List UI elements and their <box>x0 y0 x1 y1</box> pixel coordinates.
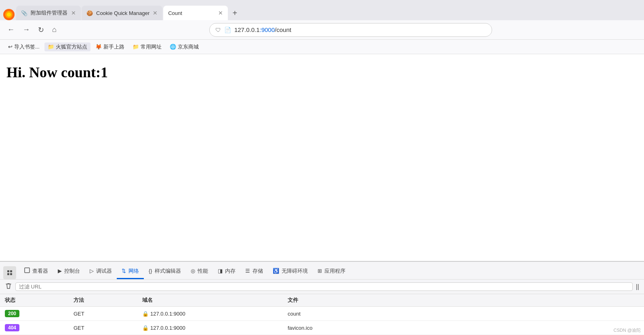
network-toolbar: || <box>0 280 644 294</box>
tab-cookie-close[interactable]: ✕ <box>153 10 158 16</box>
accessibility-icon: ♿ <box>273 268 279 274</box>
status-badge-404: 404 <box>5 324 19 331</box>
svg-rect-6 <box>10 273 12 275</box>
devtools-tab-bar: 查看器 ▶ 控制台 ▷ 调试器 ⇅ 网络 {} 样式编辑器 ◎ 性能 <box>0 262 644 280</box>
row1-status: 200 <box>0 307 69 320</box>
tab-accessibility[interactable]: ♿ 无障碍环境 <box>268 264 313 279</box>
performance-icon: ◎ <box>191 268 195 274</box>
tab-cookie-icon: 🍪 <box>86 10 93 16</box>
tab-bar: 📎 附加组件管理器 ✕ 🍪 Cookie Quick Manager ✕ Cou… <box>0 0 644 20</box>
header-file: 文件 <box>283 294 644 306</box>
page-heading: Hi. Now count:1 <box>6 64 638 81</box>
accessibility-label: 无障碍环境 <box>282 267 308 275</box>
bookmarks-bar: ↩ 导入书签... 📁 火狐官方站点 🦊 新手上路 📁 常用网址 🌐 京东商城 <box>0 40 644 54</box>
page-info-icon: 📄 <box>224 27 231 33</box>
url-port: :9000 <box>260 26 275 33</box>
network-filter-input[interactable] <box>15 282 633 291</box>
tab-addon-title: 附加组件管理器 <box>31 9 68 17</box>
refresh-button[interactable]: ↻ <box>36 24 46 36</box>
tab-count[interactable]: Count ✕ <box>163 6 228 20</box>
page-content: Hi. Now count:1 <box>0 54 644 261</box>
bookmark-common[interactable]: 📁 常用网址 <box>129 42 165 51</box>
bookmark-import-icon: ↩ <box>8 44 13 50</box>
element-picker-button[interactable] <box>3 266 16 279</box>
tab-inspector[interactable]: 查看器 <box>19 264 53 279</box>
tab-style-editor[interactable]: {} 样式编辑器 <box>144 264 186 279</box>
console-label: 控制台 <box>64 267 80 275</box>
url-path: /count <box>275 26 291 33</box>
row1-domain: 🔒127.0.0.1:9000 <box>137 307 283 320</box>
tab-network[interactable]: ⇅ 网络 <box>117 264 144 279</box>
storage-label: 存储 <box>253 267 263 275</box>
row2-domain: 🔒127.0.0.1:9000 <box>137 322 283 334</box>
tab-cookie-title: Cookie Quick Manager <box>96 10 149 16</box>
tab-addon-manager[interactable]: 📎 附加组件管理器 ✕ <box>16 6 81 20</box>
address-bar[interactable]: 🛡 📄 127.0.0.1:9000/count <box>209 23 492 37</box>
row2-file: favicon.ico <box>283 322 644 334</box>
bookmark-import-label: 导入书签... <box>14 43 40 51</box>
bookmark-firefox-label: 火狐官方站点 <box>56 43 87 51</box>
header-method: 方法 <box>69 294 137 306</box>
browser-window: 📎 附加组件管理器 ✕ 🍪 Cookie Quick Manager ✕ Cou… <box>0 0 644 335</box>
network-row-1[interactable]: 200 GET 🔒127.0.0.1:9000 count <box>0 307 644 321</box>
tab-performance[interactable]: ◎ 性能 <box>186 264 213 279</box>
memory-label: 内存 <box>225 267 236 275</box>
svg-rect-5 <box>7 273 9 275</box>
bookmark-firefox[interactable]: 📁 火狐官方站点 <box>44 42 90 51</box>
performance-label: 性能 <box>198 267 208 275</box>
svg-point-2 <box>7 13 11 17</box>
tab-addon-close[interactable]: ✕ <box>71 10 76 16</box>
style-icon: {} <box>149 268 152 274</box>
tab-cookie-manager[interactable]: 🍪 Cookie Quick Manager ✕ <box>82 6 162 20</box>
status-badge-200: 200 <box>5 310 19 317</box>
lock-icon: 🔒 <box>142 311 149 317</box>
network-label: 网络 <box>128 267 139 275</box>
bookmark-jd-icon: 🌐 <box>170 44 176 50</box>
new-tab-button[interactable]: + <box>229 6 241 20</box>
debugger-icon: ▷ <box>90 268 94 274</box>
row1-file: count <box>283 307 644 320</box>
row1-method: GET <box>69 307 137 320</box>
tab-count-close[interactable]: ✕ <box>218 10 223 16</box>
svg-rect-7 <box>25 268 29 273</box>
bookmark-jd-label: 京东商城 <box>178 43 199 51</box>
application-label: 应用程序 <box>324 267 345 275</box>
devtools-panel: 查看器 ▶ 控制台 ▷ 调试器 ⇅ 网络 {} 样式编辑器 ◎ 性能 <box>0 261 644 335</box>
header-status: 状态 <box>0 294 69 306</box>
svg-rect-3 <box>7 270 9 272</box>
row2-status: 404 <box>0 321 69 335</box>
clear-network-button[interactable] <box>5 282 12 291</box>
forward-button[interactable]: → <box>20 24 32 36</box>
watermark: CSDN @渝陀 <box>614 327 641 333</box>
tab-debugger[interactable]: ▷ 调试器 <box>85 264 117 279</box>
url-display: 127.0.0.1:9000/count <box>234 26 486 33</box>
url-host: 127.0.0.1 <box>234 26 260 33</box>
bookmark-beginner[interactable]: 🦊 新手上路 <box>92 42 128 51</box>
network-icon: ⇅ <box>122 268 126 274</box>
bookmark-common-label: 常用网址 <box>141 43 162 51</box>
bookmark-beginner-label: 新手上路 <box>103 43 124 51</box>
firefox-logo <box>3 9 15 20</box>
header-domain: 域名 <box>137 294 283 306</box>
svg-rect-4 <box>10 270 12 272</box>
security-icon: 🛡 <box>215 27 221 33</box>
tab-count-title: Count <box>168 10 215 16</box>
back-button[interactable]: ← <box>5 24 17 36</box>
navigation-toolbar: ← → ↻ ⌂ 🛡 📄 127.0.0.1:9000/count <box>0 20 644 40</box>
network-row-2[interactable]: 404 GET 🔒127.0.0.1:9000 favicon.ico <box>0 321 644 335</box>
tab-memory[interactable]: ◨ 内存 <box>213 264 240 279</box>
tab-console[interactable]: ▶ 控制台 <box>53 264 85 279</box>
inspector-icon <box>24 267 30 274</box>
memory-icon: ◨ <box>218 268 223 274</box>
tab-storage[interactable]: ☰ 存储 <box>240 264 268 279</box>
style-label: 样式编辑器 <box>155 267 181 275</box>
bookmark-firefox-icon: 📁 <box>48 44 54 50</box>
pause-recording-button[interactable]: || <box>636 283 639 290</box>
bookmark-import[interactable]: ↩ 导入书签... <box>5 42 43 51</box>
debugger-label: 调试器 <box>96 267 112 275</box>
tab-application[interactable]: ⊞ 应用程序 <box>313 264 350 279</box>
network-table-header: 状态 方法 域名 文件 <box>0 294 644 307</box>
bookmark-jd[interactable]: 🌐 京东商城 <box>166 42 202 51</box>
tab-addon-icon: 📎 <box>21 10 27 16</box>
home-button[interactable]: ⌂ <box>50 24 59 36</box>
